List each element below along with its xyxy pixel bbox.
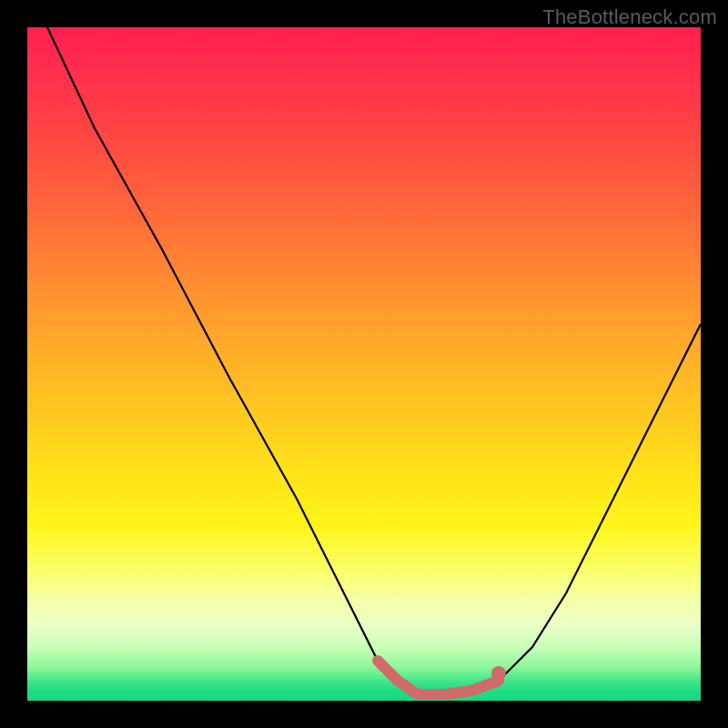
curve-svg	[27, 27, 701, 701]
chart-frame: TheBottleneck.com	[0, 0, 728, 728]
plot-area	[27, 27, 701, 701]
highlight-band	[378, 661, 499, 694]
watermark-text: TheBottleneck.com	[542, 5, 717, 29]
highlight-dot	[491, 666, 506, 681]
bottleneck-curve	[47, 27, 701, 694]
